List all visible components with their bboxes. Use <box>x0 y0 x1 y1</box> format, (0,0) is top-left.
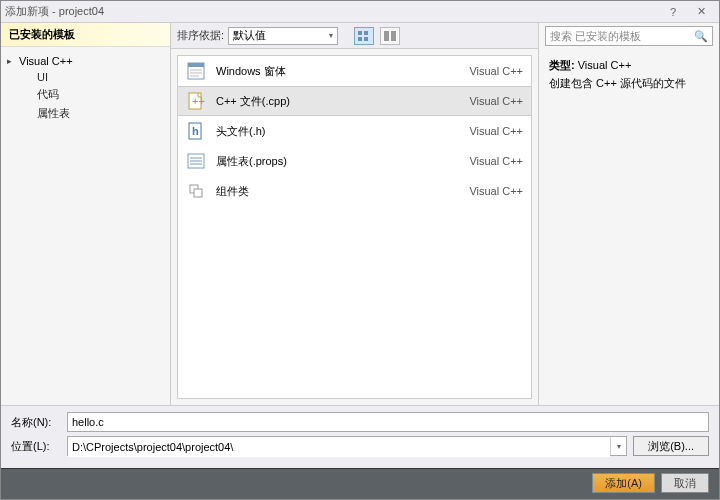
toolbar: 排序依据: 默认值 <box>171 23 538 49</box>
item-category: Visual C++ <box>469 155 523 167</box>
bottom-panel: 名称(N): 位置(L): ▾ 浏览(B)... <box>1 405 719 468</box>
view-small-icons[interactable] <box>354 27 374 45</box>
info-panel: 类型: Visual C++ 创建包含 C++ 源代码的文件 <box>539 49 719 100</box>
grid-medium-icon <box>384 31 396 41</box>
svg-rect-3 <box>364 37 368 41</box>
tree-item-property-sheet[interactable]: 属性表 <box>5 104 166 123</box>
svg-rect-2 <box>358 37 362 41</box>
item-category: Visual C++ <box>469 95 523 107</box>
close-icon[interactable]: ✕ <box>687 3 715 21</box>
help-icon[interactable]: ? <box>659 3 687 21</box>
header-file-icon: h <box>186 121 206 141</box>
center-panel: 排序依据: 默认值 Windows 窗体 Visual C++ ++ <box>171 23 539 405</box>
component-icon <box>186 181 206 201</box>
template-list: Windows 窗体 Visual C++ ++ C++ 文件(.cpp) Vi… <box>177 55 532 399</box>
titlebar: 添加新项 - project04 ? ✕ <box>1 1 719 23</box>
item-label: 组件类 <box>216 184 469 199</box>
footer: 添加(A) 取消 <box>1 468 719 499</box>
left-panel: 已安装的模板 Visual C++ UI 代码 属性表 <box>1 23 171 405</box>
window-title: 添加新项 - project04 <box>5 4 659 19</box>
tree-item-ui[interactable]: UI <box>5 69 166 85</box>
description: 创建包含 C++ 源代码的文件 <box>549 75 709 93</box>
name-input[interactable] <box>67 412 709 432</box>
list-item[interactable]: h 头文件(.h) Visual C++ <box>178 116 531 146</box>
svg-rect-20 <box>194 189 202 197</box>
item-category: Visual C++ <box>469 185 523 197</box>
item-label: Windows 窗体 <box>216 64 469 79</box>
svg-rect-0 <box>358 31 362 35</box>
list-item[interactable]: 属性表(.props) Visual C++ <box>178 146 531 176</box>
item-label: 头文件(.h) <box>216 124 469 139</box>
sort-label: 排序依据: <box>177 28 224 43</box>
location-input[interactable] <box>68 437 610 457</box>
search-placeholder: 搜索 已安装的模板 <box>550 29 641 44</box>
item-label: 属性表(.props) <box>216 154 469 169</box>
list-item[interactable]: 组件类 Visual C++ <box>178 176 531 206</box>
svg-rect-4 <box>384 31 389 41</box>
type-label: 类型: <box>549 59 575 71</box>
list-item[interactable]: Windows 窗体 Visual C++ <box>178 56 531 86</box>
item-category: Visual C++ <box>469 125 523 137</box>
svg-rect-1 <box>364 31 368 35</box>
svg-rect-5 <box>391 31 396 41</box>
location-dropdown[interactable]: ▾ <box>610 437 626 455</box>
type-value: Visual C++ <box>578 59 632 71</box>
browse-button[interactable]: 浏览(B)... <box>633 436 709 456</box>
cpp-file-icon: ++ <box>186 91 206 111</box>
sort-dropdown[interactable]: 默认值 <box>228 27 338 45</box>
template-tree: Visual C++ UI 代码 属性表 <box>1 47 170 129</box>
grid-small-icon <box>358 31 370 41</box>
right-panel: 搜索 已安装的模板 🔍 类型: Visual C++ 创建包含 C++ 源代码的… <box>539 23 719 405</box>
item-category: Visual C++ <box>469 65 523 77</box>
svg-rect-7 <box>188 63 204 67</box>
location-label: 位置(L): <box>11 439 61 454</box>
installed-templates-header: 已安装的模板 <box>1 23 170 47</box>
search-icon: 🔍 <box>694 30 708 43</box>
name-label: 名称(N): <box>11 415 61 430</box>
search-box[interactable]: 搜索 已安装的模板 🔍 <box>545 26 713 46</box>
props-file-icon <box>186 151 206 171</box>
add-button[interactable]: 添加(A) <box>592 473 655 493</box>
svg-text:++: ++ <box>192 95 205 107</box>
cancel-button[interactable]: 取消 <box>661 473 709 493</box>
list-item[interactable]: ++ C++ 文件(.cpp) Visual C++ <box>178 86 531 116</box>
form-icon <box>186 61 206 81</box>
view-medium-icons[interactable] <box>380 27 400 45</box>
svg-text:h: h <box>192 125 199 137</box>
tree-item-code[interactable]: 代码 <box>5 85 166 104</box>
item-label: C++ 文件(.cpp) <box>216 94 469 109</box>
tree-item-visual-cpp[interactable]: Visual C++ <box>5 53 166 69</box>
